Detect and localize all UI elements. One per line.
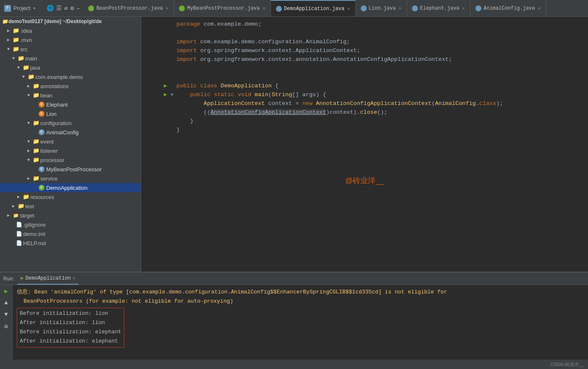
tab-mybeanpostprocessor[interactable]: MyBeanPostProcessor.java ✕ [174, 0, 270, 16]
item-label: com.example.demo [35, 74, 83, 80]
status-bar-text: CSDN·砖业洋__ [551, 361, 584, 368]
run-output[interactable]: 信息: Bean 'animalConfig' of type [com.exa… [13, 285, 588, 360]
run-tab-bar: Run: ▶ DemoApplication ✕ [0, 272, 588, 285]
sidebar-item-annotations[interactable]: ▶ 📁 annotations [0, 81, 141, 91]
sidebar-item-mvn[interactable]: ▶ 📁 .mvn [0, 35, 141, 44]
file-icon: 📄 [16, 240, 22, 246]
item-label: .mvn [20, 37, 32, 43]
sidebar-item-bean[interactable]: ▼ 📁 bean [0, 91, 141, 100]
run-main-button[interactable]: ▶ [164, 91, 171, 99]
file-icon: 📄 [16, 231, 22, 237]
sidebar-item-lion[interactable]: C Lion [0, 109, 141, 118]
tab-close-mybeanpostprocessor[interactable]: ✕ [262, 5, 265, 11]
sidebar-item-main[interactable]: ▼ 📁 main [0, 54, 141, 63]
editor-area: package com.example.demo; import com.exa… [141, 17, 588, 272]
sidebar-item-animalconfig[interactable]: C AnimalConfig [0, 128, 141, 137]
code-line-cast-close: ((AnnotationConfigApplicationContext)con… [141, 108, 588, 117]
tab-animalconfig[interactable]: AnimalConfig.java ✕ [470, 0, 546, 16]
spacer [8, 221, 16, 228]
spacer [32, 110, 39, 117]
tab-close-lion[interactable]: ✕ [399, 5, 402, 11]
tab-close-beanpostprocessor[interactable]: ✕ [166, 5, 169, 11]
folder-icon: 📁 [23, 194, 29, 200]
top-icon-minus[interactable]: – [76, 5, 80, 12]
sidebar-item-gitignore[interactable]: 📄 .gitignore [0, 220, 141, 229]
sidebar-item-listener[interactable]: ▶ 📁 listener [0, 146, 141, 155]
sidebar-item-demoapplication[interactable]: C DemoApplication [0, 183, 141, 192]
run-tab-icon: ▶ [21, 275, 24, 281]
java-file-icon: C [39, 166, 45, 172]
tab-close-demoapplication[interactable]: ✕ [347, 6, 350, 11]
tab-elephant[interactable]: Elephant.java ✕ [407, 0, 470, 16]
run-button[interactable]: ▶ [164, 82, 171, 90]
project-label[interactable]: Project [13, 5, 30, 11]
output-warning-line2: BeanPostProcessors (for example: not eli… [17, 297, 584, 306]
arrow-icon: ▶ [25, 175, 32, 182]
sidebar-item-com-example-demo[interactable]: ▼ 📁 com.example.demo [0, 72, 141, 81]
sidebar-item-idea[interactable]: ▶ 📁 .idea [0, 26, 141, 35]
sidebar-item-resources[interactable]: ▶ 📁 resources [0, 192, 141, 202]
tab-demoapplication[interactable]: DemoApplication.java ✕ [271, 0, 356, 16]
run-play-button[interactable]: ▶ [2, 287, 10, 295]
sidebar-item-configuration[interactable]: ▼ 📁 configuration [0, 118, 141, 128]
top-icon-align[interactable]: ☰ [56, 5, 62, 12]
folder-icon: 📁 [33, 175, 39, 182]
java-file-icon: C [39, 129, 45, 135]
code-line-class-decl: ▶ public class DemoApplication { [141, 82, 588, 91]
top-icon-gear[interactable]: ⚙ [71, 5, 74, 12]
sidebar-item-elephant[interactable]: C Elephant [0, 100, 141, 109]
java-file-icon: C [39, 111, 45, 117]
project-root-item[interactable]: 📁 demoTest0127 [demo] ~/Desktop/git/de [0, 17, 141, 26]
folder-icon: 📁 [33, 83, 39, 89]
folder-icon: 📁 [18, 55, 24, 62]
folder-icon: 📁 [33, 138, 39, 145]
arrow-icon: ▼ [25, 92, 32, 99]
item-label: HELP.md [23, 240, 46, 246]
java-file-icon: C [39, 185, 45, 191]
run-settings-button[interactable]: ⚙ [2, 322, 10, 330]
item-label: target [20, 212, 34, 219]
sidebar-item-java[interactable]: ▼ 📁 java [0, 63, 141, 72]
project-dropdown-icon[interactable]: ▾ [33, 5, 36, 11]
item-label: DemoApplication [46, 185, 87, 191]
run-scroll-down-button[interactable]: ▼ [2, 310, 10, 319]
arrow-icon: ▶ [25, 147, 32, 154]
sidebar-item-help-md[interactable]: 📄 HELP.md [0, 238, 141, 248]
top-icon-swap[interactable]: ⇄ [64, 5, 68, 12]
run-tab-close-btn[interactable]: ✕ [73, 275, 76, 281]
item-label: event [40, 139, 54, 145]
folder-icon: 📁 [18, 203, 24, 209]
top-icon-globe[interactable]: 🌐 [47, 5, 54, 12]
sidebar-item-event[interactable]: ▼ 📁 event [0, 137, 141, 146]
code-line: package com.example.demo; [141, 20, 588, 29]
item-label: annotations [40, 83, 68, 89]
main-content: 📁 demoTest0127 [demo] ~/Desktop/git/de ▶… [0, 17, 588, 272]
sidebar-item-test[interactable]: ▶ 📁 test [0, 202, 141, 211]
arrow-icon: ▼ [5, 46, 12, 52]
tab-lion[interactable]: Lion.java ✕ [356, 0, 407, 16]
file-icon: 📄 [16, 222, 22, 228]
run-tab-demoapplication[interactable]: ▶ DemoApplication ✕ [17, 272, 79, 285]
code-line [141, 73, 588, 82]
tab-close-animalconfig[interactable]: ✕ [538, 5, 541, 11]
code-editor[interactable]: package com.example.demo; import com.exa… [141, 17, 588, 272]
sidebar-item-service[interactable]: ▶ 📁 service [0, 174, 141, 183]
item-label: listener [40, 148, 58, 154]
sidebar-item-src[interactable]: ▼ 📁 src [0, 44, 141, 54]
run-scroll-up-button[interactable]: ▲ [2, 298, 10, 307]
tab-beanpostprocessor[interactable]: BeanPostProcessor.java ✕ [83, 0, 174, 16]
item-label: Lion [46, 111, 57, 117]
folder-icon: 📁 [13, 27, 19, 34]
sidebar-item-demo-iml[interactable]: 📄 demo.iml [0, 229, 141, 238]
item-label: java [30, 65, 40, 71]
folder-icon: 📁 [13, 212, 19, 219]
java-file-icon: C [39, 102, 45, 107]
sidebar-item-mybeanpostprocessor[interactable]: C MyBeanPostProcessor [0, 165, 141, 174]
top-bar: P Project ▾ 🌐 ☰ ⇄ ⚙ – BeanPostProcessor.… [0, 0, 588, 17]
sidebar-item-target[interactable]: ▶ 📁 target [0, 211, 141, 220]
folder-icon: 📁 [13, 46, 19, 52]
sidebar-item-processor[interactable]: ▼ 📁 processor [0, 155, 141, 165]
code-line: import com.example.demo.configuration.An… [141, 38, 588, 47]
tab-close-elephant[interactable]: ✕ [462, 5, 465, 11]
item-label: AnimalConfig [46, 129, 79, 136]
